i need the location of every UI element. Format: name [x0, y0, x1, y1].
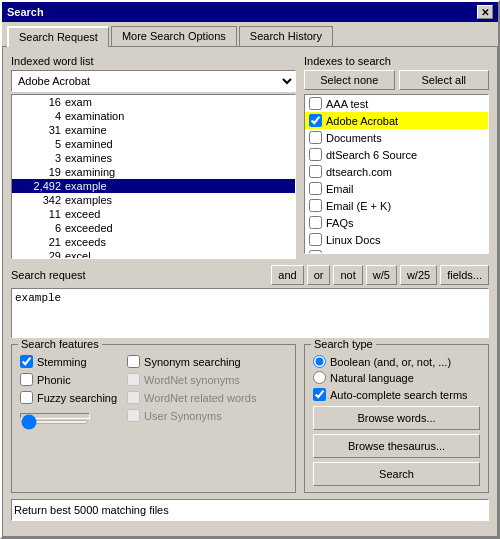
- boolean-row: Boolean (and, or, not, ...): [313, 355, 480, 368]
- index-checkbox-adobe-acrobat[interactable]: [309, 114, 322, 127]
- index-item-email-ek[interactable]: Email (E + K): [305, 197, 488, 214]
- index-checkbox-email-ek[interactable]: [309, 199, 322, 212]
- autocomplete-row: Auto-complete search terms: [313, 388, 480, 401]
- indexes-checkbox-list[interactable]: AAA test Adobe Acrobat Documents dtSearc…: [304, 94, 489, 254]
- natural-row: Natural language: [313, 371, 480, 384]
- list-item[interactable]: 342examples: [12, 193, 295, 207]
- list-item[interactable]: 16exam: [12, 95, 295, 109]
- index-item-dtsearch-6-source[interactable]: dtSearch 6 Source: [305, 146, 488, 163]
- fuzzy-checkbox[interactable]: [20, 391, 33, 404]
- index-item-linux-docs[interactable]: Linux Docs: [305, 231, 488, 248]
- w5-button[interactable]: w/5: [366, 265, 397, 285]
- top-section: Indexed word list Adobe Acrobat 16exam 4…: [11, 55, 489, 259]
- user-synonyms-checkbox[interactable]: [127, 409, 140, 422]
- browse-words-button[interactable]: Browse words...: [313, 406, 480, 430]
- list-item[interactable]: 5examined: [12, 137, 295, 151]
- index-item-dtsearch-com[interactable]: dtsearch.com: [305, 163, 488, 180]
- wordnet-related-row: WordNet related words: [127, 391, 256, 404]
- search-type-legend: Search type: [311, 338, 376, 350]
- indexed-word-list-dropdown[interactable]: Adobe Acrobat: [11, 70, 296, 92]
- index-checkbox-old-email[interactable]: [309, 250, 322, 254]
- search-button[interactable]: Search: [313, 462, 480, 486]
- tab-more-search-options[interactable]: More Search Options: [111, 26, 237, 46]
- boolean-radio[interactable]: [313, 355, 326, 368]
- features-columns: Stemming Phonic Fuzzy searching: [20, 355, 287, 425]
- index-item-documents[interactable]: Documents: [305, 129, 488, 146]
- index-item-faqs[interactable]: FAQs: [305, 214, 488, 231]
- or-button[interactable]: or: [307, 265, 331, 285]
- index-checkbox-dtsearch-com[interactable]: [309, 165, 322, 178]
- select-none-button[interactable]: Select none: [304, 70, 395, 90]
- synonym-row: Synonym searching: [127, 355, 256, 368]
- index-checkbox-linux-docs[interactable]: [309, 233, 322, 246]
- list-item[interactable]: 31examine: [12, 123, 295, 137]
- list-item[interactable]: 21exceeds: [12, 235, 295, 249]
- search-features-group: Search features Stemming Phonic: [11, 344, 296, 493]
- index-checkbox-documents[interactable]: [309, 131, 322, 144]
- title-bar: Search ✕: [2, 2, 498, 22]
- stemming-label: Stemming: [37, 356, 87, 368]
- index-item-email[interactable]: Email: [305, 180, 488, 197]
- window-title: Search: [7, 6, 44, 18]
- w25-button[interactable]: w/25: [400, 265, 437, 285]
- list-item[interactable]: 6exceeded: [12, 221, 295, 235]
- indexed-word-list-section: Indexed word list Adobe Acrobat 16exam 4…: [11, 55, 296, 259]
- index-item-aaa-test[interactable]: AAA test: [305, 95, 488, 112]
- fields-button[interactable]: fields...: [440, 265, 489, 285]
- natural-label: Natural language: [330, 372, 414, 384]
- index-label-documents: Documents: [326, 132, 382, 144]
- slider-row: [20, 411, 117, 419]
- action-buttons: Browse words... Browse thesaurus... Sear…: [313, 406, 480, 486]
- indexes-to-search-section: Indexes to search Select none Select all…: [304, 55, 489, 259]
- user-synonyms-row: User Synonyms: [127, 409, 256, 422]
- return-best-section: [11, 499, 489, 521]
- synonym-label: Synonym searching: [144, 356, 241, 368]
- search-request-bar: Search request and or not w/5 w/25 field…: [11, 265, 489, 285]
- tab-search-history[interactable]: Search History: [239, 26, 333, 46]
- search-request-label: Search request: [11, 269, 268, 281]
- fuzzy-label: Fuzzy searching: [37, 392, 117, 404]
- wordnet-synonyms-row: WordNet synonyms: [127, 373, 256, 386]
- tab-content: Indexed word list Adobe Acrobat 16exam 4…: [2, 46, 498, 537]
- tab-bar: Search Request More Search Options Searc…: [2, 22, 498, 46]
- indexed-word-listbox[interactable]: 16exam 4examination 31examine 5examined …: [11, 94, 296, 259]
- autocomplete-checkbox[interactable]: [313, 388, 326, 401]
- list-item[interactable]: 19examining: [12, 165, 295, 179]
- index-item-old-email[interactable]: Old Email: [305, 248, 488, 254]
- index-checkbox-email[interactable]: [309, 182, 322, 195]
- return-best-input[interactable]: [11, 499, 489, 521]
- fuzzy-slider[interactable]: [21, 420, 89, 424]
- wordnet-synonyms-label: WordNet synonyms: [144, 374, 240, 386]
- not-button[interactable]: not: [333, 265, 362, 285]
- right-features: Synonym searching WordNet synonyms WordN…: [127, 355, 256, 425]
- browse-thesaurus-button[interactable]: Browse thesaurus...: [313, 434, 480, 458]
- search-request-textarea[interactable]: example: [11, 288, 489, 338]
- phonic-row: Phonic: [20, 373, 117, 386]
- fuzzy-row: Fuzzy searching: [20, 391, 117, 404]
- wordnet-synonyms-checkbox[interactable]: [127, 373, 140, 386]
- index-item-adobe-acrobat[interactable]: Adobe Acrobat: [305, 112, 488, 129]
- stemming-checkbox[interactable]: [20, 355, 33, 368]
- phonic-label: Phonic: [37, 374, 71, 386]
- index-checkbox-dtsearch-6-source[interactable]: [309, 148, 322, 161]
- close-button[interactable]: ✕: [477, 5, 493, 19]
- list-item[interactable]: 3examines: [12, 151, 295, 165]
- index-label-faqs: FAQs: [326, 217, 354, 229]
- natural-radio[interactable]: [313, 371, 326, 384]
- tab-search-request[interactable]: Search Request: [7, 26, 109, 47]
- autocomplete-label: Auto-complete search terms: [330, 389, 468, 401]
- index-checkbox-aaa-test[interactable]: [309, 97, 322, 110]
- select-all-button[interactable]: Select all: [399, 70, 490, 90]
- list-item[interactable]: 11exceed: [12, 207, 295, 221]
- wordnet-related-label: WordNet related words: [144, 392, 256, 404]
- phonic-checkbox[interactable]: [20, 373, 33, 386]
- synonym-checkbox[interactable]: [127, 355, 140, 368]
- index-checkbox-faqs[interactable]: [309, 216, 322, 229]
- list-item[interactable]: 29excel: [12, 249, 295, 259]
- wordnet-related-checkbox[interactable]: [127, 391, 140, 404]
- and-button[interactable]: and: [271, 265, 303, 285]
- list-item-selected[interactable]: 2,492example: [12, 179, 295, 193]
- list-item[interactable]: 4examination: [12, 109, 295, 123]
- fuzzy-slider-track: [20, 413, 90, 419]
- index-label-aaa-test: AAA test: [326, 98, 368, 110]
